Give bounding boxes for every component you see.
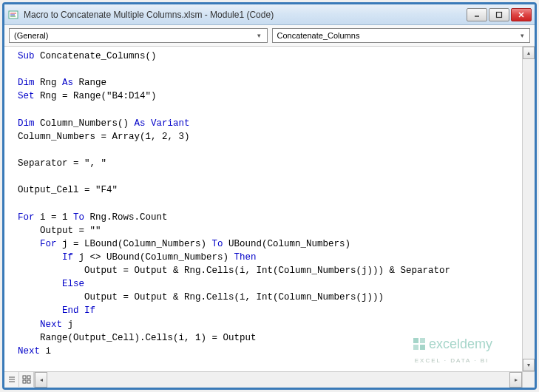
titlebar[interactable]: Macro to Concatenate Multiple Columns.xl… (4, 4, 535, 25)
watermark-text: exceldemy (429, 334, 492, 354)
procedure-dropdown-value: Concatenate_Columns (277, 31, 360, 40)
scroll-track-v[interactable] (523, 59, 535, 359)
vba-code-window: Macro to Concatenate Multiple Columns.xl… (2, 2, 537, 390)
dropdown-bar: (General) ▾ Concatenate_Columns ▾ (4, 25, 535, 47)
watermark-subtitle: EXCEL · DATA · BI (415, 356, 489, 365)
module-icon (7, 9, 19, 21)
view-mode-icons (4, 372, 35, 388)
svg-rect-11 (420, 345, 425, 350)
procedure-view-icon[interactable] (4, 372, 19, 387)
bottom-bar: ◂ ▸ (4, 371, 535, 388)
object-dropdown[interactable]: (General) ▾ (9, 28, 268, 43)
scroll-down-button[interactable]: ▾ (523, 359, 535, 371)
scroll-up-button[interactable]: ▴ (523, 47, 535, 59)
code-container: Sub Concatenate_Columns() Dim Rng As Ran… (4, 47, 535, 371)
scroll-track-h[interactable] (47, 372, 509, 388)
chevron-down-icon: ▾ (516, 30, 528, 41)
scrollbar-corner (522, 372, 535, 388)
svg-rect-15 (23, 376, 26, 379)
scroll-right-button[interactable]: ▸ (509, 372, 522, 388)
scroll-left-button[interactable]: ◂ (35, 372, 47, 388)
maximize-button[interactable] (489, 8, 509, 21)
svg-rect-17 (23, 380, 26, 383)
full-module-view-icon[interactable] (19, 372, 34, 387)
close-button[interactable] (511, 8, 532, 21)
code-editor[interactable]: Sub Concatenate_Columns() Dim Rng As Ran… (4, 47, 522, 371)
chevron-down-icon: ▾ (254, 30, 265, 41)
svg-rect-8 (413, 338, 418, 343)
vertical-scrollbar[interactable]: ▴ ▾ (522, 47, 535, 371)
svg-rect-18 (27, 380, 30, 383)
minimize-button[interactable] (467, 8, 487, 21)
window-title: Macro to Concatenate Multiple Columns.xl… (24, 10, 467, 20)
horizontal-scrollbar[interactable]: ◂ ▸ (35, 372, 522, 388)
object-dropdown-value: (General) (14, 31, 48, 40)
procedure-dropdown[interactable]: Concatenate_Columns ▾ (272, 28, 531, 43)
svg-rect-9 (420, 338, 425, 343)
window-controls (467, 8, 532, 21)
svg-rect-16 (27, 376, 30, 379)
svg-rect-10 (413, 345, 418, 350)
svg-rect-5 (497, 12, 502, 17)
watermark: exceldemy EXCEL · DATA · BI (411, 334, 492, 365)
